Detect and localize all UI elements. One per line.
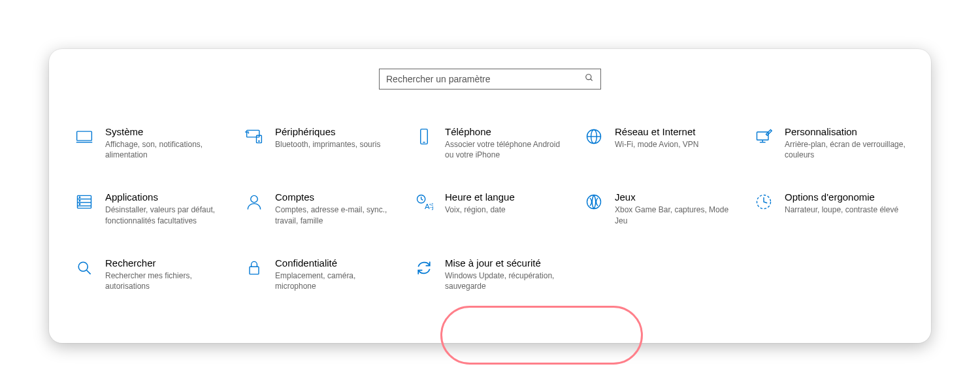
- svg-rect-2: [77, 131, 92, 140]
- tile-system[interactable]: Système Affichage, son, notifications, a…: [69, 122, 232, 164]
- search-icon: [585, 73, 594, 85]
- personalization-icon: [753, 126, 774, 147]
- tile-desc: Rechercher mes fichiers, autorisations: [105, 270, 227, 291]
- highlight-annotation: [440, 306, 643, 365]
- tile-desc: Désinstaller, valeurs par défaut, foncti…: [105, 204, 227, 225]
- tile-time-language[interactable]: A字 Heure et langue Voix, région, date: [408, 188, 572, 229]
- svg-text:A字: A字: [425, 203, 433, 210]
- tile-desc: Voix, région, date: [445, 204, 566, 215]
- tile-desc: Windows Update, récupération, sauvegarde: [445, 270, 566, 291]
- privacy-icon: [244, 257, 265, 278]
- tile-title: Réseau et Internet: [615, 126, 736, 137]
- settings-grid: Système Affichage, son, notifications, a…: [62, 122, 918, 295]
- tile-network[interactable]: Réseau et Internet Wi-Fi, mode Avion, VP…: [578, 122, 742, 164]
- tile-title: Système: [105, 126, 227, 137]
- tile-apps[interactable]: Applications Désinstaller, valeurs par d…: [69, 188, 232, 229]
- tile-devices[interactable]: Périphériques Bluetooth, imprimantes, so…: [238, 122, 402, 164]
- svg-point-8: [259, 140, 259, 141]
- apps-icon: [74, 191, 95, 212]
- tile-desc: Emplacement, caméra, microphone: [275, 270, 397, 291]
- tile-title: Rechercher: [105, 257, 227, 269]
- tile-search[interactable]: Rechercher Rechercher mes fichiers, auto…: [69, 253, 232, 295]
- tile-title: Personnalisation: [785, 126, 906, 137]
- gaming-icon: [583, 191, 604, 212]
- search-box[interactable]: [379, 69, 601, 90]
- devices-icon: [244, 126, 265, 147]
- accounts-icon: [244, 191, 265, 212]
- tile-desc: Narrateur, loupe, contraste élevé: [785, 204, 906, 215]
- svg-rect-4: [247, 130, 259, 137]
- tile-desc: Bluetooth, imprimantes, souris: [275, 139, 397, 150]
- tile-title: Options d'ergonomie: [785, 191, 906, 203]
- tile-privacy[interactable]: Confidentialité Emplacement, caméra, mic…: [238, 253, 402, 295]
- tile-title: Mise à jour et sécurité: [445, 257, 566, 269]
- tile-phone[interactable]: Téléphone Associer votre téléphone Andro…: [408, 122, 572, 164]
- tile-title: Comptes: [275, 191, 397, 203]
- settings-window: Système Affichage, son, notifications, a…: [49, 49, 931, 343]
- svg-rect-33: [250, 267, 259, 274]
- update-icon: [414, 257, 434, 278]
- tile-title: Téléphone: [445, 126, 566, 137]
- svg-line-1: [591, 79, 593, 81]
- tile-title: Confidentialité: [275, 257, 397, 269]
- tile-desc: Arrière-plan, écran de verrouillage, cou…: [785, 139, 906, 160]
- ease-of-access-icon: [753, 191, 774, 212]
- tile-personalization[interactable]: Personnalisation Arrière-plan, écran de …: [748, 122, 911, 164]
- phone-icon: [414, 126, 434, 147]
- network-icon: [583, 126, 604, 147]
- tile-ease-of-access[interactable]: Options d'ergonomie Narrateur, loupe, co…: [748, 188, 911, 229]
- tile-desc: Associer votre téléphone Android ou votr…: [445, 139, 566, 160]
- svg-line-27: [421, 199, 423, 201]
- tile-desc: Wi-Fi, mode Avion, VPN: [615, 139, 736, 150]
- svg-point-0: [586, 74, 591, 80]
- svg-point-22: [79, 201, 80, 201]
- svg-rect-9: [421, 129, 428, 144]
- tile-desc: Xbox Game Bar, captures, Mode Jeu: [615, 204, 736, 225]
- svg-point-31: [78, 262, 88, 271]
- search-area: [62, 69, 918, 90]
- tile-gaming[interactable]: Jeux Xbox Game Bar, captures, Mode Jeu: [578, 188, 742, 229]
- time-language-icon: A字: [414, 191, 434, 212]
- system-icon: [74, 126, 95, 147]
- tile-desc: Affichage, son, notifications, alimentat…: [105, 139, 227, 160]
- tile-accounts[interactable]: Comptes Comptes, adresse e-mail, sync., …: [238, 188, 402, 229]
- svg-line-32: [87, 270, 91, 274]
- svg-point-21: [79, 197, 80, 198]
- tile-title: Périphériques: [275, 126, 397, 137]
- search-input[interactable]: [386, 74, 585, 84]
- svg-point-24: [251, 196, 258, 203]
- svg-point-29: [587, 195, 601, 209]
- search-category-icon: [74, 257, 95, 278]
- tile-title: Jeux: [615, 191, 736, 203]
- tile-desc: Comptes, adresse e-mail, sync., travail,…: [275, 204, 397, 225]
- tile-title: Applications: [105, 191, 227, 203]
- tile-title: Heure et langue: [445, 191, 566, 203]
- svg-point-23: [79, 204, 80, 204]
- tile-update-security[interactable]: Mise à jour et sécurité Windows Update, …: [408, 253, 572, 295]
